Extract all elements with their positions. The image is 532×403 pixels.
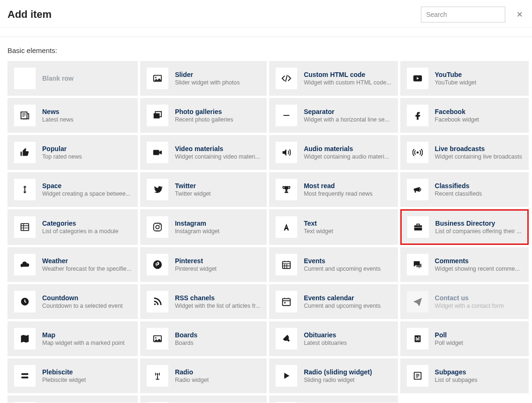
item-card[interactable]: Custom HTML codeWidget with custom HTML … xyxy=(269,61,397,96)
obit-icon xyxy=(276,328,297,350)
card-desc: Text widget xyxy=(304,228,333,235)
card-title: Radio xyxy=(175,368,209,376)
card-title: News xyxy=(42,108,74,115)
feather-icon xyxy=(14,402,36,403)
item-card[interactable]: RadioRadio widget xyxy=(140,358,267,393)
item-card[interactable]: InstagramInstagram widget xyxy=(140,209,267,245)
item-card[interactable]: ObituariesLatest obituaries xyxy=(269,321,397,356)
item-card[interactable]: Most readMost frequently read news xyxy=(269,172,397,207)
comments-icon xyxy=(407,254,428,275)
rss-icon xyxy=(147,291,168,312)
item-card[interactable]: CommentsWidget showing recent comme... xyxy=(400,247,529,282)
image-icon xyxy=(147,68,168,89)
item-card[interactable]: Blank row xyxy=(7,61,138,96)
card-desc: Latest obituaries xyxy=(304,340,347,346)
card-text: PollPoll widget xyxy=(435,331,463,346)
code-icon xyxy=(276,68,297,89)
card-title: Weather xyxy=(42,257,131,265)
item-card[interactable]: WeatherWeather forecast for the specifie… xyxy=(7,247,138,282)
card-desc: Current and upcoming events xyxy=(304,266,381,272)
card-text: ObituariesLatest obituaries xyxy=(304,331,347,346)
item-card[interactable]: NewsLatest news xyxy=(7,98,138,133)
search-input[interactable] xyxy=(421,7,505,23)
font-icon xyxy=(276,216,297,238)
card-desc: List of companies offering their ... xyxy=(435,228,522,235)
item-card[interactable]: SubpagesList of subpages xyxy=(400,358,529,393)
item-card[interactable]: MapMap widget with a marked point xyxy=(7,321,138,356)
card-title: Plebiscite xyxy=(42,368,86,376)
item-card[interactable]: CountdownCountdown to a selected event xyxy=(7,284,138,319)
item-card[interactable]: SpaceWidget creating a space betwee... xyxy=(7,172,138,207)
item-card[interactable]: SliderSlider widget with photos xyxy=(140,61,267,96)
card-title: Comments xyxy=(435,257,520,265)
item-card[interactable]: YouTubeYouTube widget xyxy=(400,61,529,96)
card-desc: Sliding radio widget xyxy=(304,377,372,383)
card-desc: Instagram widget xyxy=(175,228,219,235)
item-card[interactable]: Video materialsWidget containing video m… xyxy=(140,135,267,170)
card-title: Events xyxy=(304,257,381,265)
card-title: Twitter xyxy=(175,182,210,190)
card-text: WeatherWeather forecast for the specifie… xyxy=(42,257,131,272)
card-text: Audio materialsWidget containing audio m… xyxy=(304,145,389,160)
card-title: Audio materials xyxy=(304,145,389,152)
card-desc: Widget containing video materi... xyxy=(175,153,260,160)
card-desc: Twitter widget xyxy=(175,190,210,197)
card-title: Photo galleries xyxy=(175,108,233,115)
card-title: Boards xyxy=(175,331,197,339)
item-card[interactable]: Radio (sliding widget)Sliding radio widg… xyxy=(269,358,397,393)
map-icon xyxy=(14,328,36,350)
item-card[interactable]: AuthorsList of articles' authors xyxy=(7,395,138,403)
card-title: Live broadcasts xyxy=(435,145,522,152)
calgrid-icon xyxy=(276,254,297,275)
item-card[interactable]: Events calendarCurrent and upcoming even… xyxy=(269,284,397,319)
item-card[interactable]: EventsCurrent and upcoming events xyxy=(269,247,397,282)
card-text: FacebookFacebook widget xyxy=(435,108,480,123)
card-desc: Top rated news xyxy=(42,153,82,160)
card-title: Slider xyxy=(175,71,240,78)
card-desc: Countdown to a selected event xyxy=(42,303,123,309)
close-button[interactable]: × xyxy=(515,7,525,23)
item-card[interactable]: SeparatorWidget with a horizontal line s… xyxy=(269,98,397,133)
card-text: RadioRadio widget xyxy=(175,368,209,383)
news-icon xyxy=(14,105,36,126)
image-icon xyxy=(147,328,168,350)
card-text: PinterestPinterest widget xyxy=(175,257,217,272)
item-card[interactable]: Audio materialsWidget containing audio m… xyxy=(269,135,397,170)
item-card[interactable]: Search engineSearch form xyxy=(140,395,267,403)
calendar-icon xyxy=(276,291,297,312)
item-card[interactable]: E-editionE-edition widget xyxy=(269,395,397,403)
item-card[interactable]: PinterestPinterest widget xyxy=(140,247,267,282)
item-card[interactable]: Contact usWidget with a contact form xyxy=(400,284,529,319)
card-desc: Map widget with a marked point xyxy=(42,340,125,346)
card-text: Business DirectoryList of companies offe… xyxy=(435,220,522,235)
item-card[interactable]: PollPoll widget xyxy=(400,321,529,356)
item-card[interactable]: Business DirectoryList of companies offe… xyxy=(400,209,529,245)
content-scroll[interactable]: Basic elements: Blank rowSliderSlider wi… xyxy=(0,28,532,403)
card-title: Radio (sliding widget) xyxy=(304,368,372,376)
item-card[interactable]: Live broadcastsWidget containing live br… xyxy=(400,135,529,170)
header-controls: × xyxy=(421,7,525,23)
card-text: SubpagesList of subpages xyxy=(435,368,478,383)
send-icon xyxy=(407,291,428,312)
item-card[interactable]: RSS chanelsWidget with the list of artic… xyxy=(140,284,267,319)
item-card[interactable]: BoardsBoards xyxy=(140,321,267,356)
card-title: RSS chanels xyxy=(175,294,260,302)
card-desc: Facebook widget xyxy=(435,116,480,123)
item-card[interactable]: FacebookFacebook widget xyxy=(400,98,529,133)
card-text: TwitterTwitter widget xyxy=(175,182,210,197)
thumb-icon xyxy=(14,142,36,163)
card-desc: Widget creating a space betwee... xyxy=(42,190,130,197)
item-card[interactable]: Photo galleriesRecent photo galleries xyxy=(140,98,267,133)
item-card[interactable]: TextText widget xyxy=(269,209,397,245)
card-title: Blank row xyxy=(42,75,74,82)
item-card[interactable]: PlebiscitePlebiscite widget xyxy=(7,358,138,393)
blank-icon xyxy=(14,68,36,89)
item-card[interactable]: TwitterTwitter widget xyxy=(140,172,267,207)
item-card[interactable]: PopularTop rated news xyxy=(7,135,138,170)
card-desc: Most frequently read news xyxy=(304,190,373,197)
card-desc: Widget with custom HTML code... xyxy=(304,79,391,86)
clock-icon xyxy=(14,291,36,312)
item-card[interactable]: ClassifiedsRecent classifieds xyxy=(400,172,529,207)
card-text: BoardsBoards xyxy=(175,331,197,346)
item-card[interactable]: CategoriesList of categories in a module xyxy=(7,209,138,245)
